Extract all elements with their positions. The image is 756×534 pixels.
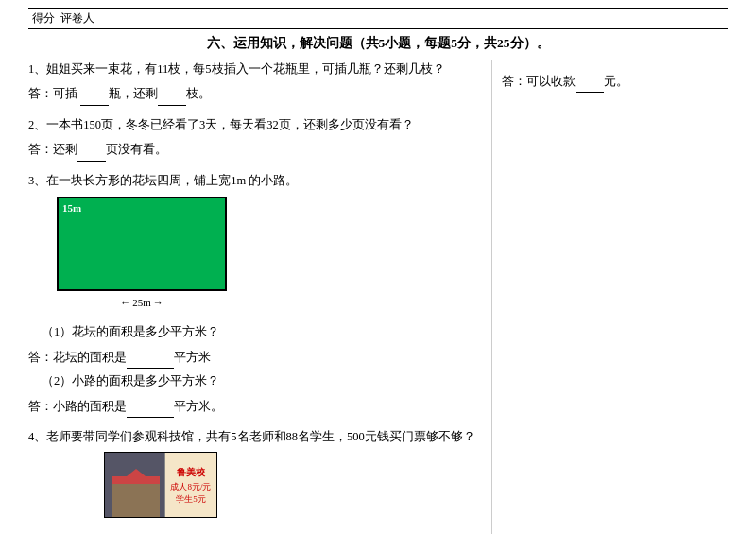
right-blank xyxy=(576,79,604,93)
garden-diagram: 15m 25m xyxy=(57,197,227,291)
q3-blank1 xyxy=(127,355,174,369)
q3-answer2: 答：小路的面积是平方米。 xyxy=(28,396,482,419)
q2-text: 2、一本书150页，冬冬已经看了3天，每天看32页，还剩多少页没有看？ xyxy=(28,115,482,135)
photo-box: 鲁美校 成人8元/元 学生5元 xyxy=(104,452,217,518)
question-3: 3、在一块长方形的花坛四周，铺上宽1m 的小路。 15m 25m （1）花坛的面… xyxy=(28,171,482,418)
q3-answer1: 答：花坛的面积是平方米 xyxy=(28,347,482,370)
notice-line2: 学生5元 xyxy=(176,493,206,507)
q4-photo: 鲁美校 成人8元/元 学生5元 xyxy=(104,452,217,518)
question-5: 5、有76个座位的森林音乐厅将举行音乐会，每张票售价是15元。 （1）已售出42… xyxy=(28,531,482,535)
question-4: 4、老师要带同学们参观科技馆，共有5名老师和88名学生，500元钱买门票够不够？… xyxy=(28,427,482,521)
width-label: 25m xyxy=(57,297,227,308)
q3-sub2: （2）小路的面积是多少平方米？ xyxy=(28,371,482,391)
q1-blank2 xyxy=(158,93,186,106)
q4-text: 4、老师要带同学们参观科技馆，共有5名老师和88名学生，500元钱买门票够不够？ xyxy=(28,427,482,447)
question-2: 2、一本书150页，冬冬已经看了3天，每天看32页，还剩多少页没有看？ 答：还剩… xyxy=(28,115,482,162)
photo-notice: 鲁美校 成人8元/元 学生5元 xyxy=(164,453,216,518)
q1-text: 1、姐姐买来一束花，有11枝，每5枝插入一个花瓶里，可插几瓶？还剩几枝？ xyxy=(28,60,482,79)
content-area: 1、姐姐买来一束花，有11枝，每5枝插入一个花瓶里，可插几瓶？还剩几枝？ 答：可… xyxy=(28,60,728,534)
q3-blank2 xyxy=(127,405,174,418)
q5-text: 5、有76个座位的森林音乐厅将举行音乐会，每张票售价是15元。 xyxy=(28,531,482,535)
header-row: 得分 评卷人 xyxy=(28,8,728,29)
left-column: 1、姐姐买来一束花，有11枝，每5枝插入一个花瓶里，可插几瓶？还剩几枝？ 答：可… xyxy=(28,60,491,534)
right-column: 答：可以收款元。 xyxy=(491,60,728,534)
question-1: 1、姐姐买来一束花，有11枝，每5枝插入一个花瓶里，可插几瓶？还剩几枝？ 答：可… xyxy=(28,60,482,106)
garden-rect: 15m xyxy=(57,197,227,291)
q3-text: 3、在一块长方形的花坛四周，铺上宽1m 的小路。 xyxy=(28,171,482,191)
photo-scene xyxy=(105,453,166,518)
notice-title: 鲁美校 xyxy=(177,465,205,479)
right-answer: 答：可以收款元。 xyxy=(502,71,728,93)
height-label: 15m xyxy=(62,202,81,214)
q3-sub1: （1）花坛的面积是多少平方米？ xyxy=(28,322,482,342)
q1-blank1 xyxy=(80,93,109,106)
q2-blank xyxy=(77,148,106,162)
notice-line1: 成人8元/元 xyxy=(170,481,211,494)
building-icon xyxy=(112,476,160,518)
section-title: 六、运用知识，解决问题（共5小题，每题5分，共25分）。 xyxy=(28,35,728,52)
grader-label: 评卷人 xyxy=(60,10,724,26)
q1-answer: 答：可插 瓶，还剩枝。 xyxy=(28,83,482,106)
q2-answer: 答：还剩页没有看。 xyxy=(28,139,482,162)
page-wrapper: 得分 评卷人 六、运用知识，解决问题（共5小题，每题5分，共25分）。 1、姐姐… xyxy=(0,0,756,534)
score-label: 得分 xyxy=(32,10,55,26)
